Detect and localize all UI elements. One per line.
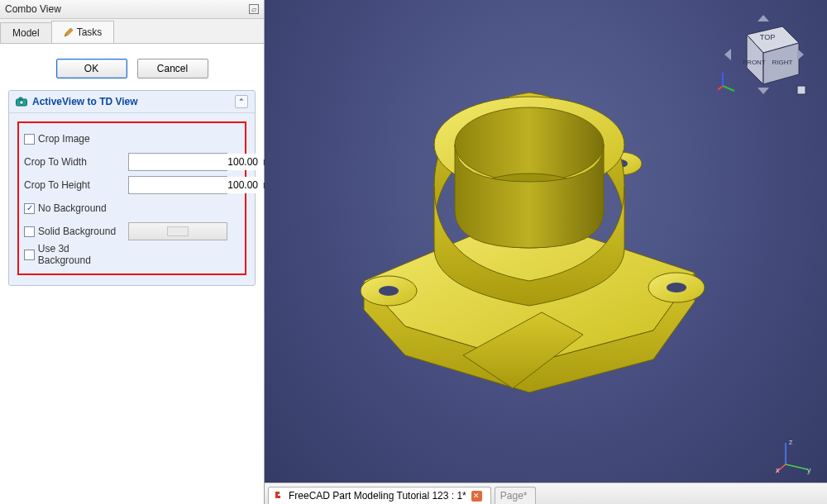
document-tab-active[interactable]: FreeCAD Part Modeling Tutorial 123 : 1* … [268, 487, 491, 504]
svg-marker-17 [724, 49, 731, 60]
svg-point-4 [379, 286, 399, 296]
svg-rect-1 [19, 97, 22, 100]
activeview-group: ActiveView to TD View ⌃ Crop Image Crop … [8, 90, 256, 286]
combo-tabs: Model Tasks [0, 19, 264, 44]
svg-marker-16 [758, 88, 769, 94]
row-crop-height: Crop To Height mm ▲▼ [24, 174, 240, 196]
solid-background-color-picker[interactable] [128, 222, 227, 240]
undock-icon[interactable]: ▱ [249, 4, 259, 14]
svg-marker-15 [758, 15, 769, 21]
row-no-background: No Background [24, 197, 240, 219]
combo-view-title: Combo View [5, 3, 61, 15]
cancel-button[interactable]: Cancel [137, 59, 208, 78]
ok-button[interactable]: OK [56, 59, 127, 78]
pencil-icon [64, 27, 74, 37]
svg-line-20 [723, 86, 734, 91]
tab-model[interactable]: Model [0, 22, 52, 43]
solid-background-checkbox-label[interactable]: Solid Background [24, 226, 123, 237]
combo-view-panel: Combo View ▱ Model Tasks OK Cancel Activ… [0, 0, 265, 504]
use3d-background-checkbox-label[interactable]: Use 3d Background [24, 243, 123, 266]
svg-point-10 [455, 107, 604, 182]
crop-width-label: Crop To Width [24, 156, 123, 168]
use3d-background-text: Use 3d Background [38, 243, 123, 266]
axis-x-label: x [776, 466, 780, 474]
activeview-group-header[interactable]: ActiveView to TD View ⌃ [9, 91, 255, 113]
dialog-buttons: OK Cancel [8, 59, 256, 78]
row-use-3d-background: Use 3d Background [24, 244, 240, 265]
solid-background-checkbox[interactable] [24, 226, 35, 237]
axis-z-label: z [789, 438, 793, 446]
annotation-highlight: Crop Image Crop To Width mm ▲▼ Crop To H… [17, 121, 246, 275]
document-tab-page[interactable]: Page* [495, 487, 537, 504]
tab-model-label: Model [12, 27, 40, 39]
navcube-top-label: TOP [760, 33, 775, 41]
row-crop-width: Crop To Width mm ▲▼ [24, 151, 240, 173]
crop-image-checkbox[interactable] [24, 134, 35, 145]
svg-line-24 [786, 464, 807, 469]
document-tabbar: FreeCAD Part Modeling Tutorial 123 : 1* … [265, 483, 827, 504]
document-tab-page-label: Page* [500, 490, 528, 502]
camera-icon [16, 97, 27, 107]
tab-tasks-label: Tasks [77, 26, 103, 38]
solid-background-text: Solid Background [38, 226, 116, 237]
no-background-text: No Background [38, 202, 107, 214]
tab-tasks[interactable]: Tasks [51, 21, 115, 43]
navigation-cube[interactable]: TOP FRONT RIGHT [718, 12, 809, 97]
use3d-background-checkbox[interactable] [24, 250, 35, 260]
navcube-right-label: RIGHT [772, 59, 793, 66]
crop-width-input[interactable] [129, 154, 263, 170]
document-tab-active-label: FreeCAD Part Modeling Tutorial 123 : 1* [289, 490, 466, 502]
crop-height-input[interactable] [129, 177, 263, 193]
crop-image-text: Crop Image [38, 133, 90, 145]
3d-viewport[interactable]: ↖ TOP FRONT RIGHT [265, 0, 827, 504]
activeview-group-body: Crop Image Crop To Width mm ▲▼ Crop To H… [9, 113, 255, 285]
crop-height-label: Crop To Height [24, 179, 123, 191]
crop-width-spinner[interactable]: mm ▲▼ [128, 153, 227, 171]
crop-image-checkbox-label[interactable]: Crop Image [24, 133, 123, 145]
svg-point-2 [20, 101, 24, 105]
crop-height-spinner[interactable]: mm ▲▼ [128, 176, 227, 194]
activeview-group-title: ActiveView to TD View [32, 96, 138, 107]
task-body: OK Cancel ActiveView to TD View ⌃ Crop I… [0, 44, 264, 294]
no-background-checkbox[interactable] [24, 203, 35, 214]
svg-rect-22 [797, 86, 805, 94]
combo-view-titlebar: Combo View ▱ [0, 0, 264, 19]
axis-y-label: y [807, 466, 811, 474]
axis-triad: z y x [776, 436, 814, 474]
svg-marker-18 [797, 49, 804, 60]
svg-point-6 [667, 283, 686, 292]
row-solid-background: Solid Background [24, 221, 240, 242]
collapse-icon[interactable]: ⌃ [235, 95, 248, 108]
close-tab-icon[interactable]: ✕ [471, 491, 482, 502]
row-crop-image: Crop Image [24, 128, 240, 150]
no-background-checkbox-label[interactable]: No Background [24, 202, 123, 214]
color-swatch [167, 226, 189, 236]
freecad-icon [274, 491, 284, 501]
svg-line-21 [718, 86, 723, 93]
navcube-front-label: FRONT [743, 59, 766, 66]
